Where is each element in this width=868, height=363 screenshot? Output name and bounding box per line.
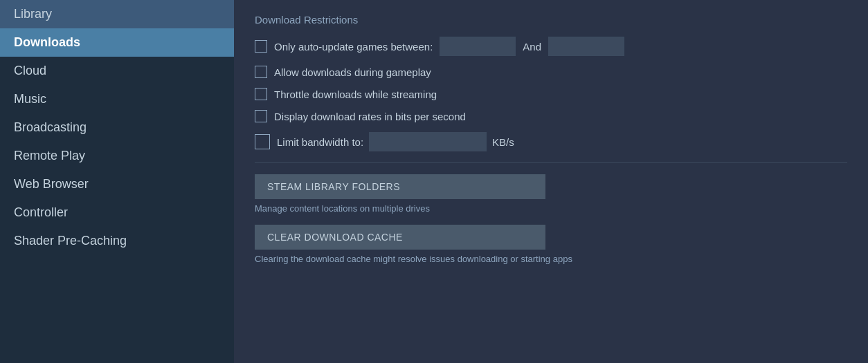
sidebar-item-shader-pre-caching[interactable]: Shader Pre-Caching [0,227,234,255]
main-content: Download Restrictions Only auto-update g… [234,0,868,363]
restriction-row-auto-update: Only auto-update games between:And [255,37,847,56]
sidebar: LibraryDownloadsCloudMusicBroadcastingRe… [0,0,234,363]
checkbox-display-bits[interactable] [255,110,267,122]
sidebar-item-downloads[interactable]: Downloads [0,28,234,57]
label-display-bits: Display download rates in bits per secon… [274,111,466,122]
label-auto-update: Only auto-update games between: [274,41,433,53]
restriction-row-display-bits: Display download rates in bits per secon… [255,110,847,122]
sidebar-item-remote-play[interactable]: Remote Play [0,142,234,170]
sidebar-item-cloud[interactable]: Cloud [0,57,234,85]
help-text-clear-download-cache: Clearing the download cache might resolv… [255,254,847,264]
sidebar-item-library[interactable]: Library [0,0,234,28]
label-allow-downloads-gameplay: Allow downloads during gameplay [274,66,431,78]
button-steam-library-folders[interactable]: STEAM LIBRARY FOLDERS [255,174,545,199]
button-clear-download-cache[interactable]: CLEAR DOWNLOAD CACHE [255,225,545,250]
help-text-steam-library-folders: Manage content locations on multiple dri… [255,203,847,214]
sidebar-item-controller[interactable]: Controller [0,198,234,227]
section-title: Download Restrictions [255,14,847,26]
divider [255,162,847,163]
checkbox-limit-bandwidth[interactable] [255,134,270,149]
label-limit-bandwidth: Limit bandwidth to: [277,136,363,148]
time-input-from[interactable] [440,37,516,56]
checkbox-auto-update[interactable] [255,40,267,53]
restriction-row-throttle-downloads: Throttle downloads while streaming [255,88,847,100]
kbs-label: KB/s [492,136,514,148]
time-input-to[interactable] [548,37,624,56]
and-label: And [523,41,541,53]
sidebar-item-broadcasting[interactable]: Broadcasting [0,113,234,142]
sidebar-item-web-browser[interactable]: Web Browser [0,170,234,198]
sidebar-item-music[interactable]: Music [0,85,234,113]
restriction-row-allow-downloads-gameplay: Allow downloads during gameplay [255,66,847,78]
checkbox-throttle-downloads[interactable] [255,88,267,100]
bandwidth-input[interactable] [369,132,487,151]
restriction-row-limit-bandwidth: Limit bandwidth to:KB/s [255,132,847,151]
label-throttle-downloads: Throttle downloads while streaming [274,89,437,100]
checkbox-allow-downloads-gameplay[interactable] [255,66,267,78]
